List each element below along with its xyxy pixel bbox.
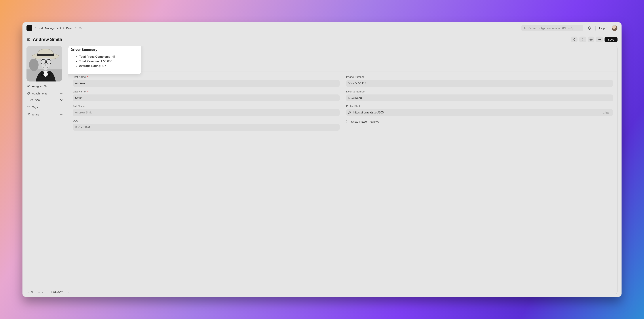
plus-icon bbox=[60, 92, 63, 95]
svg-point-12 bbox=[29, 59, 38, 71]
show-preview-row: Show Image Preview? bbox=[346, 119, 613, 123]
first-name-field: First Name * bbox=[73, 76, 340, 87]
summary-average-rating: Average Rating: 4.7 bbox=[79, 64, 136, 68]
attachment-remove[interactable] bbox=[60, 99, 63, 102]
attachment-name: 300 bbox=[35, 99, 40, 102]
profile-photo-field: Profile Photo https://i.pravatar.cc/300 … bbox=[346, 105, 613, 116]
share-icon bbox=[27, 113, 30, 116]
full-name-input bbox=[73, 109, 340, 116]
chevron-right-icon bbox=[75, 27, 77, 29]
notifications-button[interactable] bbox=[586, 25, 592, 31]
assigned-to-add[interactable] bbox=[60, 84, 63, 88]
chevron-down-icon bbox=[606, 27, 608, 29]
menu-icon bbox=[26, 38, 30, 41]
search-box[interactable] bbox=[521, 25, 583, 31]
dob-label: DOB bbox=[73, 119, 340, 122]
comment-icon bbox=[37, 290, 40, 294]
attachments-row: Attachments bbox=[26, 90, 63, 96]
user-assign-icon bbox=[27, 84, 30, 88]
printer-icon bbox=[589, 38, 593, 41]
sidebar-footer: 0 · 0 FOLLOW bbox=[26, 290, 63, 294]
main-panel: Driver Summary Total Rides Completed: 45… bbox=[68, 46, 617, 294]
sidebar-toggle[interactable] bbox=[26, 38, 30, 41]
likes-button[interactable]: 0 bbox=[27, 290, 33, 294]
svg-point-7 bbox=[598, 39, 599, 40]
file-icon bbox=[30, 99, 33, 102]
prev-button[interactable] bbox=[571, 36, 578, 42]
breadcrumb-driver[interactable]: Driver bbox=[66, 26, 74, 30]
driver-summary-card: Driver Summary Total Rides Completed: 45… bbox=[68, 46, 141, 74]
plus-icon bbox=[60, 113, 63, 116]
tags-add[interactable] bbox=[60, 106, 63, 108]
attachments-add[interactable] bbox=[60, 92, 63, 95]
print-button[interactable] bbox=[588, 36, 594, 42]
profile-photo-clear[interactable]: Clear bbox=[602, 110, 611, 114]
svg-point-19 bbox=[28, 85, 29, 86]
share-add[interactable] bbox=[60, 113, 63, 116]
license-input[interactable] bbox=[346, 94, 613, 102]
svg-point-9 bbox=[600, 39, 601, 40]
tags-label: Tags bbox=[32, 106, 58, 109]
more-button[interactable] bbox=[596, 36, 603, 42]
show-preview-checkbox[interactable] bbox=[346, 120, 349, 123]
svg-rect-21 bbox=[31, 100, 33, 101]
first-name-input[interactable] bbox=[73, 80, 340, 87]
star-icon bbox=[27, 106, 30, 109]
next-button[interactable] bbox=[579, 36, 586, 42]
show-preview-label: Show Image Preview? bbox=[351, 120, 379, 123]
dob-input[interactable] bbox=[73, 124, 340, 131]
page-header: Andrew Smith Save bbox=[22, 34, 621, 45]
phone-input[interactable] bbox=[346, 80, 613, 87]
profile-photo-url[interactable]: https://i.pravatar.cc/300 bbox=[354, 111, 599, 114]
profile-photo[interactable] bbox=[26, 46, 62, 82]
svg-line-1 bbox=[526, 29, 526, 29]
assigned-to-label: Assigned To bbox=[32, 84, 58, 88]
summary-total-rides: Total Rides Completed: 45 bbox=[79, 55, 136, 59]
chevron-right-icon bbox=[35, 27, 37, 29]
last-name-field: Last Name * bbox=[73, 90, 340, 102]
svg-point-22 bbox=[28, 113, 29, 114]
form-left-column: First Name * Last Name * Full Name DOB bbox=[73, 76, 340, 131]
user-avatar[interactable] bbox=[612, 25, 618, 31]
heart-icon bbox=[27, 290, 30, 294]
attachment-item[interactable]: 300 bbox=[26, 98, 63, 102]
chevron-left-icon bbox=[573, 38, 575, 41]
close-icon bbox=[60, 99, 63, 102]
topbar: F Ride Management Driver 25 bbox=[22, 22, 621, 34]
chevron-right-icon bbox=[582, 38, 584, 41]
page-body: Assigned To Attachments 300 bbox=[22, 45, 621, 297]
assigned-to-row: Assigned To bbox=[26, 83, 63, 89]
app-logo[interactable]: F bbox=[26, 25, 32, 31]
plus-icon bbox=[60, 84, 63, 88]
svg-rect-15 bbox=[37, 54, 54, 56]
follow-button[interactable]: FOLLOW bbox=[51, 290, 63, 293]
last-name-input[interactable] bbox=[73, 94, 340, 102]
help-dropdown[interactable]: Help bbox=[598, 26, 609, 31]
app-window: F Ride Management Driver 25 bbox=[22, 22, 621, 297]
paperclip-icon bbox=[27, 92, 30, 95]
phone-field: Phone Number bbox=[346, 76, 613, 87]
share-label: Share bbox=[32, 113, 58, 116]
profile-photo-link-row: https://i.pravatar.cc/300 Clear bbox=[346, 109, 613, 116]
phone-label: Phone Number bbox=[346, 76, 613, 78]
summary-title: Driver Summary bbox=[70, 48, 136, 52]
likes-count: 0 bbox=[31, 290, 33, 293]
form-area: First Name * Last Name * Full Name DOB bbox=[68, 71, 617, 136]
tags-row: Tags bbox=[26, 104, 63, 110]
search-icon bbox=[524, 27, 527, 30]
save-button[interactable]: Save bbox=[604, 37, 617, 42]
license-label: License Number * bbox=[346, 90, 613, 93]
profile-photo-label: Profile Photo bbox=[346, 105, 613, 108]
search-input[interactable] bbox=[528, 26, 581, 30]
breadcrumb-ride-management[interactable]: Ride Management bbox=[38, 26, 61, 30]
full-name-field: Full Name bbox=[73, 105, 340, 116]
breadcrumb-id: 25 bbox=[78, 26, 82, 30]
license-field: License Number * bbox=[346, 90, 613, 102]
comments-button[interactable]: 0 bbox=[37, 290, 43, 294]
page-title: Andrew Smith bbox=[33, 37, 62, 42]
dob-field: DOB bbox=[73, 119, 340, 131]
first-name-label: First Name * bbox=[73, 76, 340, 78]
ellipsis-icon bbox=[598, 39, 601, 40]
summary-total-revenue: Total Revenue: ₹ 50,000 bbox=[79, 59, 136, 64]
chevron-right-icon bbox=[63, 27, 64, 29]
